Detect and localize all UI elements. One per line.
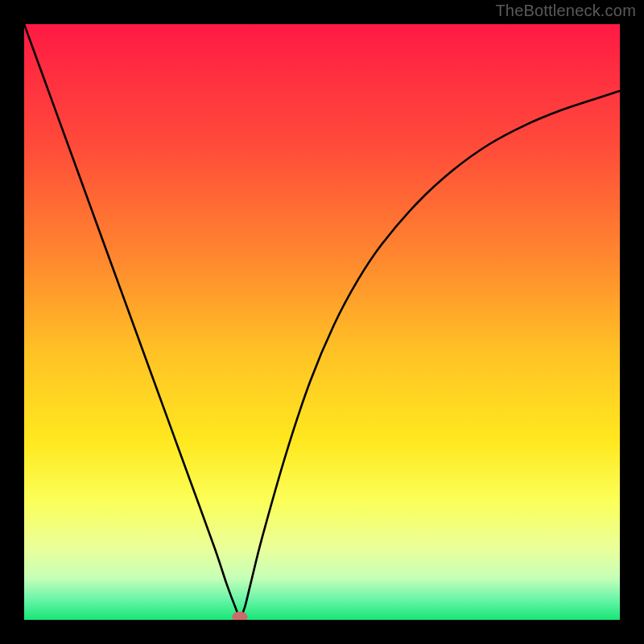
bottleneck-chart <box>24 24 620 620</box>
chart-frame: TheBottleneck.com <box>0 0 644 644</box>
watermark-text: TheBottleneck.com <box>495 2 636 20</box>
plot-area <box>24 24 620 620</box>
gradient-background <box>24 24 620 620</box>
